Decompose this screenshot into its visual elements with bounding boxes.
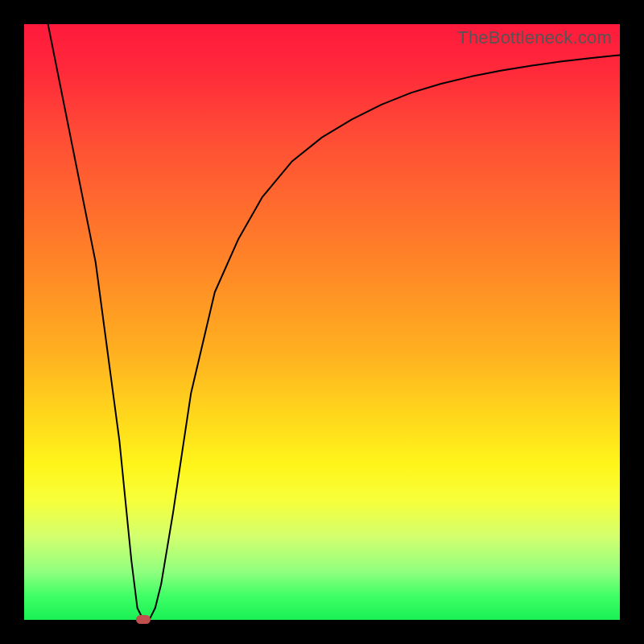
- chart-frame: TheBottleneck.com: [0, 0, 644, 644]
- optimal-marker: [136, 615, 151, 624]
- curve-path: [48, 24, 620, 620]
- bottleneck-curve: [24, 24, 620, 620]
- plot-area: TheBottleneck.com: [24, 24, 620, 620]
